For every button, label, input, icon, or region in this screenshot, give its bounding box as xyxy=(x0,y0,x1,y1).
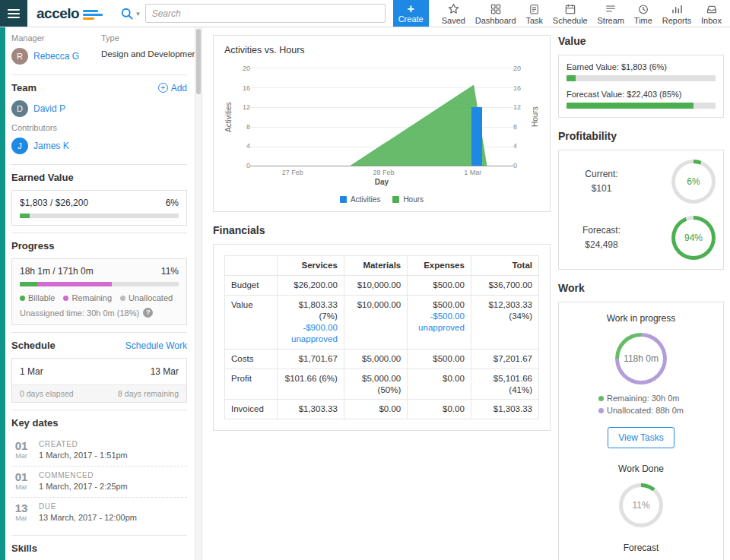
contributor-link[interactable]: James K xyxy=(33,141,69,151)
x-axis-label: Day xyxy=(224,178,539,186)
menu-button[interactable] xyxy=(0,0,27,27)
schedule-end-date: 13 Mar xyxy=(151,366,179,377)
dashboard-icon xyxy=(490,2,502,15)
work-in-progress-title: Work in progress xyxy=(568,313,714,324)
nav-item-time[interactable]: Time xyxy=(632,0,655,27)
task-icon xyxy=(528,2,540,15)
legend-unallocated: Unallocated xyxy=(120,293,173,302)
search-icon[interactable] xyxy=(119,6,135,21)
contributors-label: Contributors xyxy=(11,123,187,132)
budget-expenses: $500.00 xyxy=(408,275,471,295)
services-unapproved-link[interactable]: -$900.00 unapproved xyxy=(284,322,337,345)
row-label: Budget xyxy=(225,275,278,295)
key-dates-heading: Key dates xyxy=(11,417,58,429)
nav-item-task[interactable]: Task xyxy=(523,0,545,27)
forecast-value-bar xyxy=(567,103,716,109)
skills-section: Skills No Skills xyxy=(11,535,187,560)
row-label: Invoiced xyxy=(225,400,278,419)
work-heading: Work xyxy=(558,282,724,294)
help-icon[interactable]: ? xyxy=(143,308,153,318)
calendar-icon: 01 Mar xyxy=(11,440,31,460)
costs-total: $7,201.67 xyxy=(471,349,538,369)
nav-item-inbox[interactable]: Inbox xyxy=(699,0,724,27)
nav-item-saved[interactable]: Saved xyxy=(440,0,468,27)
col-services: Services xyxy=(278,256,344,276)
fin-row-profit: Profit $101.66 (6%) $5,000.00 (50%) $0.0… xyxy=(225,369,539,400)
logo-text: accelo xyxy=(36,5,79,22)
manager-avatar[interactable]: R xyxy=(11,48,28,65)
time-icon xyxy=(637,2,649,15)
progress-time: 18h 1m / 171h 0m xyxy=(20,266,94,277)
invoiced-total: $1,303.33 xyxy=(471,400,538,419)
nav-item-stream[interactable]: Stream xyxy=(595,0,627,27)
add-team-member-button[interactable]: + Add xyxy=(158,83,187,93)
current-profit-donut: 6% xyxy=(671,160,716,204)
nav-item-schedule[interactable]: Schedule xyxy=(551,0,590,27)
nav-item-dashboard[interactable]: Dashboard xyxy=(473,0,519,27)
earned-value-bar xyxy=(20,214,179,218)
hours-swatch xyxy=(392,196,399,203)
budget-materials: $10,000.00 xyxy=(344,275,407,295)
fin-row-budget: Budget $26,200.00 $10,000.00 $500.00 $36… xyxy=(225,275,539,295)
profit-services: $101.66 (6%) xyxy=(278,369,344,400)
key-date-commenced: 01 Mar COMMENCED 1 March, 2017 - 2:25pm xyxy=(11,467,187,498)
profitability-heading: Profitability xyxy=(558,130,724,142)
col-total: Total xyxy=(471,256,538,276)
nav-item-reports[interactable]: Reports xyxy=(660,0,694,27)
type-value: Design and Development xyxy=(101,49,195,59)
forecast-label: Forecast: xyxy=(567,223,636,238)
search-dropdown-caret[interactable]: ▾ xyxy=(136,10,140,17)
chart-plot-area xyxy=(250,68,513,166)
expenses-unapproved-link[interactable]: -$500.00 unapproved xyxy=(414,311,465,334)
schedule-box: 1 Mar 13 Mar 0 days elapsed 8 days remai… xyxy=(11,358,187,403)
stream-icon xyxy=(605,2,617,15)
work-legend: Remaining: 30h 0m Unallocated: 88h 0m xyxy=(598,394,684,418)
legend-billable: Billable xyxy=(20,293,55,302)
profit-total: $5,101.66 (41%) xyxy=(471,369,538,400)
contributor-avatar[interactable]: J xyxy=(11,138,28,154)
forecast-value-label: Forecast Value: $22,403 (85%) xyxy=(567,90,716,99)
current-profit-row: Current: $101 6% xyxy=(560,153,722,210)
earned-value-box: $1,803 / $26,200 6% xyxy=(11,190,187,226)
legend-hours[interactable]: Hours xyxy=(392,195,424,204)
sidebar-scrollbar[interactable] xyxy=(195,27,202,560)
financials-header-row: Services Materials Expenses Total xyxy=(225,256,539,276)
legend-remaining: Remaining: 30h 0m xyxy=(598,394,684,403)
progress-legend: Billable Remaining Unallocated xyxy=(20,293,179,302)
work-in-progress-hours: 118h 0m xyxy=(615,333,667,384)
top-bar: accelo ▾ + Create Saved Dashboard Task S… xyxy=(0,0,730,27)
manager-name-link[interactable]: Rebecca G xyxy=(33,51,79,62)
key-date-label: CREATED xyxy=(39,440,128,448)
value-services: $1,803.33 (7%) -$900.00 unapproved xyxy=(278,295,344,349)
invoiced-services: $1,303.33 xyxy=(278,400,344,419)
inbox-icon xyxy=(706,2,718,15)
progress-bar xyxy=(20,282,179,286)
unassigned-time-text: Unassigned time: 30h 0m (18%) xyxy=(20,308,139,318)
earned-value-label: Earned Value: $1,803 (6%) xyxy=(567,62,716,71)
create-button[interactable]: + Create xyxy=(393,0,429,27)
team-member-link[interactable]: David P xyxy=(33,103,65,114)
value-materials: $10,000.00 xyxy=(344,295,407,349)
progress-heading: Progress xyxy=(11,240,54,252)
schedule-work-link[interactable]: Schedule Work xyxy=(125,340,187,351)
calendar-icon: 01 Mar xyxy=(11,471,31,491)
earned-value-heading: Earned Value xyxy=(11,172,74,183)
work-done-title: Work Done xyxy=(568,464,714,474)
team-member-avatar[interactable]: D xyxy=(11,100,28,117)
main-content: Activities vs. Hours Activities 20161284… xyxy=(202,27,555,560)
value-expenses: $500.00 -$500.00 unapproved xyxy=(408,295,471,349)
row-label: Costs xyxy=(225,349,278,369)
profit-materials: $5,000.00 (50%) xyxy=(344,369,407,400)
team-section: Team + Add D David P Contributors J Jame… xyxy=(11,74,187,164)
view-tasks-button[interactable]: View Tasks xyxy=(608,427,674,448)
type-label: Type xyxy=(101,33,195,43)
progress-percent: 11% xyxy=(161,266,179,277)
value-box: Earned Value: $1,803 (6%) Forecast Value… xyxy=(558,55,724,118)
value-heading: Value xyxy=(558,35,724,47)
scrollbar-thumb[interactable] xyxy=(196,29,201,94)
accelo-logo[interactable]: accelo xyxy=(27,0,109,27)
costs-services: $1,701.67 xyxy=(278,349,344,369)
search-input[interactable] xyxy=(145,4,386,23)
legend-activities[interactable]: Activities xyxy=(340,195,380,204)
budget-services: $26,200.00 xyxy=(278,275,344,295)
